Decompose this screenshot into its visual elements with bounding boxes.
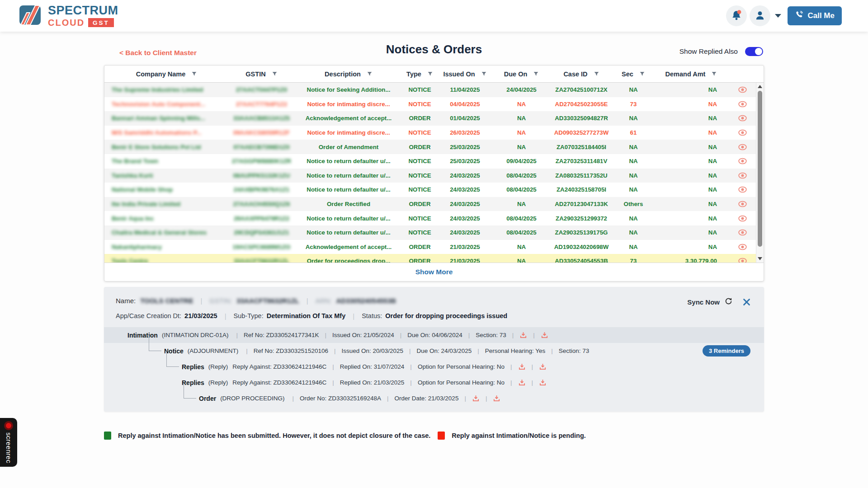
timeline-subtitle: (Reply) (208, 363, 228, 370)
view-details-eye-icon[interactable] (729, 229, 756, 236)
timeline-subtitle: (DROP PROCEEDING) (220, 395, 284, 402)
description-cell: Notice for Seeking Addition... (294, 86, 403, 93)
legend-text: Reply against Intimation/Notice has been… (118, 432, 430, 439)
show-replied-label: Show Replied Also (679, 47, 738, 56)
table-row[interactable]: Technovision Auto Component...27AACT7764… (104, 97, 764, 112)
scroll-up-arrow[interactable] (756, 83, 764, 90)
type-cell: ORDER (403, 144, 437, 150)
close-panel-icon[interactable] (743, 298, 750, 306)
table-scrollbar[interactable] (756, 83, 764, 263)
timeline-field: Issued On: 21/05/2024 (332, 332, 394, 338)
sec-cell: NA (613, 186, 654, 193)
table-row[interactable]: Benir Aqua Inc29AAXPP6479R1Z2Notice to r… (104, 211, 764, 225)
view-details-eye-icon[interactable] (729, 172, 756, 179)
download-icon[interactable] (493, 394, 500, 402)
filter-icon[interactable] (594, 71, 599, 77)
sec-cell: NA (613, 86, 654, 93)
call-me-button[interactable]: Call Me (788, 6, 842, 25)
case-id-cell: ZA270325311481V (550, 158, 613, 164)
sync-now-button[interactable]: Sync Now (687, 297, 733, 307)
sec-cell: 73 (613, 258, 654, 263)
legend-color-swatch (438, 432, 445, 440)
table-row[interactable]: Bannari Amman Spinning Mills...33AAACB85… (104, 111, 764, 126)
table-row[interactable]: Tanishka Kurti08AUPPK5132K1ZUNotice to r… (104, 169, 764, 183)
refresh-icon (724, 297, 733, 307)
timeline-title: Order (199, 395, 216, 402)
table-row[interactable]: Itw India Private Limited27AAACH4550Q1Z6… (104, 197, 764, 211)
filter-icon[interactable] (639, 71, 645, 77)
screen-recorder-widget[interactable]: screenrec (0, 418, 17, 467)
filter-icon[interactable] (711, 71, 717, 77)
view-details-eye-icon[interactable] (729, 129, 756, 136)
table-row[interactable]: Tools Centre33AACFT8632R1ZLOrder for pro… (104, 254, 764, 263)
scroll-down-arrow[interactable] (756, 255, 764, 262)
show-replied-toggle[interactable] (745, 47, 763, 56)
filter-icon[interactable] (191, 71, 197, 77)
recorder-label: screenrec (5, 432, 12, 463)
issued-on-cell: 24/03/2025 (437, 201, 493, 207)
demand-amt-cell: NA (654, 201, 729, 207)
name-label: Name: (116, 297, 136, 305)
timeline-field: Issued On: 20/03/2025 (341, 347, 403, 354)
view-details-eye-icon[interactable] (729, 186, 756, 193)
table-row[interactable]: National Mobile Shop24AXBPK9876A1Z1Notic… (104, 183, 764, 197)
download-icon[interactable] (541, 331, 548, 339)
company-name-cell: Benir E Store Solutions Pvt Ltd (104, 144, 229, 150)
notices-table-card: Company NameGSTINDescriptionTypeIssued O… (104, 65, 764, 282)
notifications-button[interactable] (726, 5, 747, 26)
view-details-eye-icon[interactable] (729, 86, 756, 93)
filter-icon[interactable] (533, 71, 539, 77)
filter-icon[interactable] (367, 71, 373, 77)
type-cell: NOTICE (403, 186, 437, 193)
column-header-gstin: GSTIN (229, 70, 294, 78)
download-icon[interactable] (539, 379, 547, 386)
legend-color-swatch (104, 432, 111, 440)
download-icon[interactable] (519, 331, 527, 339)
app-header: SPECTRUM CLOUD GST (0, 0, 868, 32)
column-label: Case ID (563, 70, 587, 78)
timeline-field: Section: 73 (476, 332, 506, 338)
due-on-cell: NA (493, 129, 550, 136)
user-menu-button[interactable] (750, 5, 770, 26)
table-row[interactable]: The Supreme Industries Limited27AACT0447… (104, 83, 764, 97)
view-details-eye-icon[interactable] (729, 215, 756, 222)
view-details-eye-icon[interactable] (729, 115, 756, 122)
download-icon[interactable] (472, 394, 480, 402)
filter-icon[interactable] (272, 71, 278, 77)
description-cell: Order Rectified (294, 201, 403, 207)
company-name-cell: Benir Aqua Inc (104, 215, 229, 222)
table-row[interactable]: Benir E Store Solutions Pvt Ltd07AAECB73… (104, 140, 764, 154)
scrollbar-thumb[interactable] (758, 91, 762, 247)
view-details-eye-icon[interactable] (729, 158, 756, 164)
column-label: GSTIN (245, 70, 265, 78)
due-on-cell: NA (493, 115, 550, 122)
spectrum-logo-icon (19, 5, 42, 28)
reminders-badge[interactable]: 3 Reminders (703, 345, 750, 357)
filter-icon[interactable] (427, 71, 433, 77)
table-row[interactable]: Nakantipharmacy19ACSPC6689M1ZOAcknowledg… (104, 240, 764, 254)
timeline-field: Due On: 24/03/2025 (417, 347, 472, 354)
record-icon[interactable] (4, 421, 13, 430)
download-icon[interactable] (518, 379, 526, 386)
show-more-link[interactable]: Show More (415, 268, 453, 276)
table-row[interactable]: M/S Samriddhi Automations P...09AAKCS805… (104, 126, 764, 140)
view-details-eye-icon[interactable] (729, 258, 756, 263)
description-cell: Notice to return defaulter u/... (294, 215, 403, 222)
timeline-field: Due On: 04/06/2024 (407, 332, 462, 338)
column-label: Description (325, 70, 361, 78)
timeline-field: Option for Personal Hearing: No (418, 379, 505, 386)
table-row[interactable]: The Brand Town27AGGPW8880K1ZRNotice to r… (104, 154, 764, 169)
filter-icon[interactable] (481, 71, 487, 77)
issued-on-cell: 24/03/2025 (437, 229, 493, 236)
chevron-down-icon[interactable] (775, 14, 781, 18)
table-row[interactable]: Chaitra Medical & General Stores29CDQPS4… (104, 225, 764, 240)
view-details-eye-icon[interactable] (729, 101, 756, 108)
view-details-eye-icon[interactable] (729, 144, 756, 150)
due-on-cell: 24/04/2025 (493, 86, 550, 93)
download-icon[interactable] (518, 363, 526, 371)
view-details-eye-icon[interactable] (729, 244, 756, 250)
view-details-eye-icon[interactable] (729, 201, 756, 207)
download-icon[interactable] (539, 363, 547, 371)
timeline-field: Section: 73 (559, 347, 590, 354)
issued-on-cell: 04/04/2025 (437, 101, 493, 108)
